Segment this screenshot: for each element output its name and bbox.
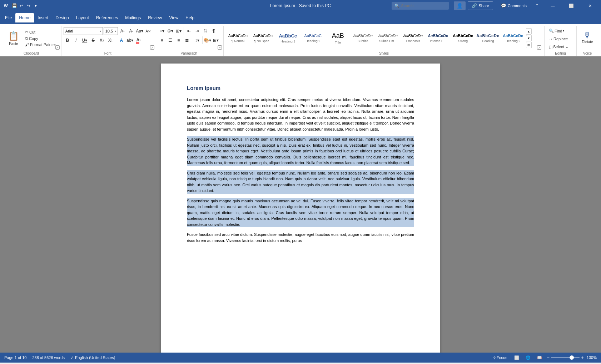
- styles-scroll-down[interactable]: ▼: [526, 35, 532, 41]
- redo-qat-button[interactable]: ↪: [26, 3, 31, 9]
- justify-button[interactable]: ≣: [183, 36, 191, 44]
- menu-view[interactable]: View: [166, 13, 182, 22]
- paragraph-3[interactable]: Cras diam nulla, molestie sed felis vel,…: [187, 170, 414, 194]
- copy-button[interactable]: ⧉ Copy: [24, 35, 58, 41]
- font-grow-button[interactable]: A+: [119, 27, 126, 35]
- style-heading1[interactable]: AaBbCc Heading 1: [276, 28, 300, 49]
- font-launcher[interactable]: ↗: [150, 45, 154, 50]
- multilevel-button[interactable]: ⊞▾: [175, 27, 183, 35]
- underline-button[interactable]: U▾: [81, 36, 89, 44]
- dictate-label: Dictate: [582, 40, 593, 44]
- format-painter-button[interactable]: 🖌 Format Painter: [24, 42, 58, 47]
- style-subtitle[interactable]: AaBbCcDc Subtitle: [351, 28, 375, 49]
- menu-home[interactable]: Home: [15, 13, 34, 22]
- search-box[interactable]: 🔍: [392, 2, 449, 10]
- minimize-button[interactable]: —: [545, 0, 561, 11]
- align-left-button[interactable]: ≡: [158, 36, 166, 44]
- clear-formatting-button[interactable]: A✕: [144, 27, 152, 35]
- strikethrough-button[interactable]: S: [89, 36, 97, 44]
- style-subtleEm-preview: AaBbCcDc: [378, 34, 398, 38]
- menu-insert[interactable]: Insert: [34, 13, 52, 22]
- highlight-button[interactable]: ab▾: [126, 36, 134, 44]
- paragraph-4[interactable]: Suspendisse quis magna quis mauris maxim…: [187, 198, 414, 228]
- style-normal[interactable]: AaBbCcDc ¶ Normal: [226, 28, 250, 49]
- style-subtle-em[interactable]: AaBbCcDc Subtle Em...: [376, 28, 400, 49]
- ribbon-toggle-button[interactable]: ⌃: [532, 2, 542, 10]
- customize-qat-button[interactable]: ▾: [33, 3, 39, 9]
- italic-button[interactable]: I: [72, 36, 80, 44]
- text-effects-button[interactable]: A: [118, 36, 125, 44]
- style-emphasis[interactable]: AaBbCcDc Emphasis: [401, 28, 425, 49]
- paragraph-launcher[interactable]: ↗: [218, 45, 222, 50]
- zoom-out-button[interactable]: −: [547, 355, 550, 360]
- font-name-dropdown[interactable]: Arial ▾: [64, 27, 103, 35]
- cut-button[interactable]: ✂ Cut: [24, 29, 58, 35]
- bold-button[interactable]: B: [64, 36, 71, 44]
- menu-review[interactable]: Review: [144, 13, 165, 22]
- document-page[interactable]: Lorem Ipsum Lorem ipsum dolor sit amet, …: [161, 64, 440, 353]
- bullets-button[interactable]: ≡▾: [158, 27, 166, 35]
- borders-button[interactable]: ⊞▾: [212, 36, 220, 44]
- dictate-button[interactable]: 🎙 Dictate: [579, 27, 596, 47]
- user-area[interactable]: 👤: [454, 1, 466, 10]
- menu-layout[interactable]: Layout: [73, 13, 93, 22]
- align-center-button[interactable]: ☰: [167, 36, 174, 44]
- font-shrink-button[interactable]: A-: [127, 27, 135, 35]
- numbering-button[interactable]: ①▾: [167, 27, 174, 35]
- style-no-spacing[interactable]: AaBbCcDc ¶ No Spac...: [251, 28, 275, 49]
- align-right-button[interactable]: ≡: [175, 36, 183, 44]
- shading-button[interactable]: 🎨▾: [204, 36, 212, 44]
- menu-file[interactable]: File: [1, 13, 15, 22]
- paragraph-1[interactable]: Lorem ipsum dolor sit amet, consectetur …: [187, 97, 414, 132]
- styles-scroll-up[interactable]: ▲: [526, 28, 532, 35]
- comments-button[interactable]: 💬 Comments: [498, 2, 530, 10]
- decrease-indent-button[interactable]: ⇤: [185, 27, 193, 35]
- style-title[interactable]: AaB Title: [326, 28, 350, 49]
- sort-button[interactable]: ⇅: [202, 27, 209, 35]
- styles-gallery: AaBbCcDc ¶ Normal AaBbCcDc ¶ No Spac... …: [226, 27, 525, 49]
- styles-expand[interactable]: ⊞: [526, 42, 532, 48]
- paragraph-2[interactable]: Suspendisse vel facilisis lectus. In por…: [187, 136, 414, 166]
- select-button[interactable]: ⬚ Select ⌄: [547, 43, 571, 51]
- increase-indent-button[interactable]: ⇥: [193, 27, 201, 35]
- close-button[interactable]: ✕: [582, 0, 598, 11]
- zoom-level: 130%: [585, 355, 597, 360]
- select-icon: ⬚: [549, 45, 552, 49]
- undo-qat-button[interactable]: ↩: [19, 3, 24, 9]
- menu-mailings[interactable]: Mailings: [121, 13, 144, 22]
- change-case-button[interactable]: Aa▾: [136, 27, 144, 35]
- font-size-dropdown[interactable]: 10.5 ▾: [104, 27, 118, 35]
- menu-design[interactable]: Design: [52, 13, 72, 22]
- find-button[interactable]: 🔍 Find ▾: [547, 27, 571, 35]
- search-input[interactable]: [401, 4, 444, 8]
- share-button[interactable]: 🔗 Share: [468, 1, 493, 10]
- print-layout-button[interactable]: ⬜: [512, 354, 521, 361]
- restore-button[interactable]: ⬜: [563, 0, 580, 11]
- style-strong[interactable]: AaBbCcDc Strong: [451, 28, 475, 49]
- style-heading-variant[interactable]: AaBbCcDc Heading: [476, 28, 500, 49]
- style-heading2[interactable]: AaBbCcC Heading 2: [301, 28, 325, 49]
- save-qat-button[interactable]: 💾: [11, 3, 17, 9]
- show-formatting-button[interactable]: ¶: [210, 27, 218, 35]
- line-spacing-button[interactable]: ↕▾: [193, 36, 201, 44]
- superscript-button[interactable]: X2: [106, 36, 114, 44]
- clipboard-launcher[interactable]: ↗: [55, 45, 60, 50]
- subscript-button[interactable]: X2: [98, 36, 106, 44]
- paragraph-5[interactable]: Fusce faucibus sed arcu vitae dictum. Su…: [187, 232, 414, 243]
- styles-launcher[interactable]: ↗: [537, 45, 541, 50]
- web-layout-button[interactable]: 🌐: [524, 354, 532, 361]
- font-size-arrow: ▾: [115, 30, 116, 33]
- focus-button[interactable]: ⊹ Focus: [491, 354, 510, 362]
- zoom-thumb[interactable]: [570, 355, 574, 360]
- zoom-slider[interactable]: [551, 357, 580, 358]
- font-color-button[interactable]: A▾: [135, 36, 143, 44]
- menu-help[interactable]: Help: [182, 13, 198, 22]
- zoom-in-button[interactable]: +: [581, 355, 584, 360]
- paste-button[interactable]: 📋 Paste: [5, 28, 22, 48]
- style-intense-e[interactable]: AaBbCcDc Intense E...: [426, 28, 450, 49]
- style-subtitle-preview: AaBbCcDc: [353, 34, 373, 38]
- style-heading2-variant[interactable]: AaBbCcDc Heading 2: [501, 28, 525, 49]
- reading-mode-button[interactable]: 📖: [535, 354, 544, 361]
- replace-button[interactable]: ↔ Replace: [547, 35, 571, 42]
- menu-references[interactable]: References: [93, 13, 121, 22]
